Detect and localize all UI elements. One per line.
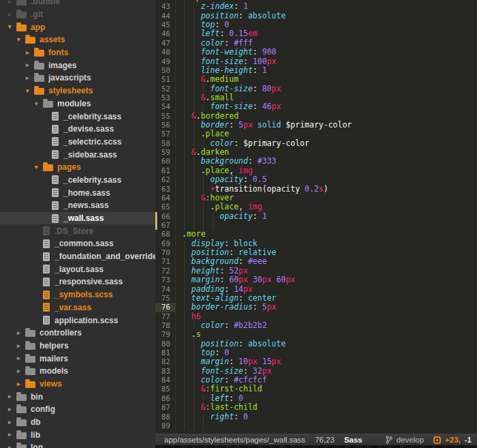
tree-file--ds-store[interactable]: .DS_Store — [0, 224, 155, 237]
code-line-59[interactable]: 59&.darken — [155, 148, 477, 157]
code-line-62[interactable]: 62opacity: 0.5 — [155, 175, 477, 184]
code-line-49[interactable]: 49font-size: 100px — [155, 57, 477, 66]
code-line-54[interactable]: 54font-size: 46px — [155, 102, 477, 111]
code-line-46[interactable]: 46left: 0.15em — [155, 29, 477, 38]
chevron-right-icon[interactable]: ▸ — [8, 8, 16, 21]
chevron-right-icon[interactable]: ▸ — [17, 340, 25, 353]
code-line-55[interactable]: 55&.bordered — [155, 112, 477, 121]
code-line-61[interactable]: 61.place, img — [155, 166, 477, 175]
code-line-69[interactable]: 69display: block — [155, 239, 477, 248]
chevron-right-icon[interactable]: ▸ — [8, 390, 16, 403]
chevron-right-icon[interactable]: ▸ — [17, 327, 25, 340]
chevron-down-icon[interactable]: ▾ — [17, 33, 25, 46]
tree-folder-db[interactable]: ▸db — [0, 416, 155, 429]
code-line-44[interactable]: 44position: absolute — [155, 12, 477, 20]
code-line-66[interactable]: 66opacity: 1 — [155, 212, 477, 221]
code-line-87[interactable]: 87&:last-child — [155, 403, 477, 412]
tree-folder-views[interactable]: ▸views — [0, 378, 155, 391]
code-line-81[interactable]: 81top: 0 — [155, 348, 477, 357]
tree-folder-config[interactable]: ▸config — [0, 403, 155, 416]
code-line-83[interactable]: 83font-size: 32px — [155, 367, 477, 376]
code-line-85[interactable]: 85&:first-child — [155, 385, 477, 393]
chevron-right-icon[interactable]: ▸ — [26, 59, 34, 72]
tree-folder-assets[interactable]: ▾assets — [0, 33, 155, 46]
code-line-64[interactable]: 64&:hover — [155, 194, 477, 203]
code-line-78[interactable]: 78color: #b2b2b2 — [155, 321, 477, 330]
tree-file-application-scss[interactable]: application.scss — [0, 314, 155, 327]
code-line-75[interactable]: 75text-align: center — [155, 294, 477, 303]
tree-file--celebrity-sass[interactable]: _celebrity.sass — [0, 174, 155, 187]
chevron-right-icon[interactable]: ▸ — [8, 0, 16, 8]
chevron-right-icon[interactable]: ▸ — [8, 428, 16, 441]
code-line-65[interactable]: 65.place, img — [155, 203, 477, 211]
code-line-73[interactable]: 73margin: 60px 30px 60px — [155, 275, 477, 284]
tree-file--celebrity-sass[interactable]: _celebrity.sass — [0, 110, 155, 123]
tree-folder-app[interactable]: ▾app — [0, 20, 155, 33]
tree-file--responsive-sass[interactable]: _responsive.sass — [0, 275, 155, 288]
tree-file--var-sass[interactable]: _var.sass — [0, 301, 155, 314]
code-line-74[interactable]: 74padding: 14px — [155, 285, 477, 294]
syntax-selector[interactable]: Sass — [344, 436, 363, 444]
chevron-down-icon[interactable]: ▾ — [35, 161, 43, 174]
tree-folder--git[interactable]: ▸.git — [0, 8, 155, 21]
tree-folder-stylesheets[interactable]: ▾stylesheets — [0, 85, 155, 98]
file-tree-sidebar[interactable]: ▸.bundle▸.git▾app▾assets▸fonts▸images▸ja… — [0, 0, 155, 448]
chevron-down-icon[interactable]: ▾ — [35, 98, 43, 110]
code-line-50[interactable]: 50line-height: 1 — [155, 66, 477, 75]
code-line-51[interactable]: 51&.medium — [155, 75, 477, 84]
code-line-63[interactable]: 63+transition(opacity 0.2s) — [155, 185, 477, 194]
chevron-down-icon[interactable]: ▾ — [8, 20, 16, 33]
chevron-right-icon[interactable]: ▸ — [17, 378, 25, 391]
code-line-72[interactable]: 72height: 52px — [155, 267, 477, 275]
code-line-52[interactable]: 52font-size: 80px — [155, 85, 477, 93]
code-line-53[interactable]: 53&.small — [155, 93, 477, 102]
tree-file--news-sass[interactable]: _news.sass — [0, 199, 155, 212]
tree-file--sidebar-sass[interactable]: _sidebar.sass — [0, 148, 155, 161]
code-line-84[interactable]: 84color: #cfcfcf — [155, 376, 477, 385]
code-line-71[interactable]: 71background: #eee — [155, 257, 477, 266]
tree-folder-javascripts[interactable]: ▸javascripts — [0, 72, 155, 85]
tree-file--home-sass[interactable]: _home.sass — [0, 186, 155, 199]
chevron-right-icon[interactable]: ▸ — [17, 352, 25, 365]
code-area[interactable]: 42.place43z-index: 144position: absolute… — [155, 0, 477, 430]
code-line-79[interactable]: 79.s — [155, 330, 477, 339]
code-line-80[interactable]: 80position: absolute — [155, 340, 477, 348]
code-line-43[interactable]: 43z-index: 1 — [155, 2, 477, 11]
tree-folder-lib[interactable]: ▸lib — [0, 428, 155, 441]
code-line-45[interactable]: 45top: 0 — [155, 20, 477, 29]
chevron-right-icon[interactable]: ▸ — [8, 403, 16, 416]
code-line-88[interactable]: 88right: 0 — [155, 413, 477, 421]
tree-folder-images[interactable]: ▸images — [0, 59, 155, 72]
code-line-70[interactable]: 70position: relative — [155, 248, 477, 257]
code-line-89[interactable]: 89 — [155, 421, 477, 430]
chevron-down-icon[interactable]: ▾ — [26, 85, 34, 98]
chevron-right-icon[interactable]: ▸ — [26, 72, 34, 85]
chevron-right-icon[interactable]: ▸ — [8, 441, 16, 448]
tree-folder--bundle[interactable]: ▸.bundle — [0, 0, 155, 8]
code-line-48[interactable]: 48font-weight: 900 — [155, 48, 477, 57]
tree-folder-pages[interactable]: ▾pages — [0, 161, 155, 174]
tree-file--selectric-scss[interactable]: _selectric.scss — [0, 136, 155, 149]
tree-folder-fonts[interactable]: ▸fonts — [0, 46, 155, 59]
tree-folder-helpers[interactable]: ▸helpers — [0, 340, 155, 353]
tree-file--common-sass[interactable]: _common.sass — [0, 237, 155, 250]
tree-folder-models[interactable]: ▸models — [0, 365, 155, 378]
code-line-57[interactable]: 57.place — [155, 130, 477, 138]
chevron-right-icon[interactable]: ▸ — [17, 365, 25, 378]
tree-folder-log[interactable]: ▸log — [0, 441, 155, 448]
tree-file--foundation-and-overrides-scss[interactable]: _foundation_and_overrides.scss — [0, 250, 155, 263]
chevron-right-icon[interactable]: ▸ — [8, 416, 16, 429]
code-line-82[interactable]: 82margin: 10px 15px — [155, 357, 477, 366]
code-line-76[interactable]: 76border-radius: 5px — [155, 303, 477, 312]
git-branch-name[interactable]: develop — [397, 436, 424, 444]
code-line-86[interactable]: 86left: 0 — [155, 394, 477, 403]
chevron-right-icon[interactable]: ▸ — [26, 46, 34, 59]
code-line-77[interactable]: 77h6 — [155, 312, 477, 321]
tree-file--symbols-scss[interactable]: _symbols.scss — [0, 288, 155, 301]
tree-file--layout-sass[interactable]: _layout.sass — [0, 263, 155, 275]
code-line-60[interactable]: 60background: #333 — [155, 157, 477, 166]
tree-folder-mailers[interactable]: ▸mailers — [0, 352, 155, 365]
code-line-47[interactable]: 47color: #fff — [155, 39, 477, 48]
tree-file--devise-sass[interactable]: _devise.sass — [0, 123, 155, 136]
tree-folder-modules[interactable]: ▾modules — [0, 98, 155, 110]
